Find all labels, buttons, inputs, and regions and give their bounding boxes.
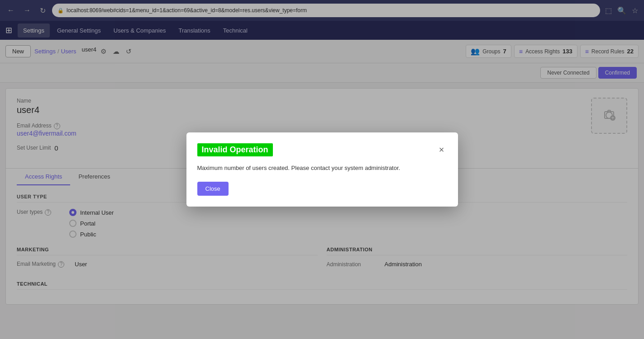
modal-close-x-button[interactable]: × — [436, 144, 447, 156]
modal-overlay[interactable]: Invalid Operation × Maximum number of us… — [0, 0, 644, 310]
modal-header: Invalid Operation × — [197, 143, 447, 156]
modal-close-button[interactable]: Close — [197, 182, 229, 196]
modal-body: Maximum number of users created. Please … — [197, 164, 447, 173]
modal-title: Invalid Operation — [197, 143, 273, 156]
modal-dialog: Invalid Operation × Maximum number of us… — [186, 132, 458, 207]
modal-footer: Close — [197, 182, 447, 196]
